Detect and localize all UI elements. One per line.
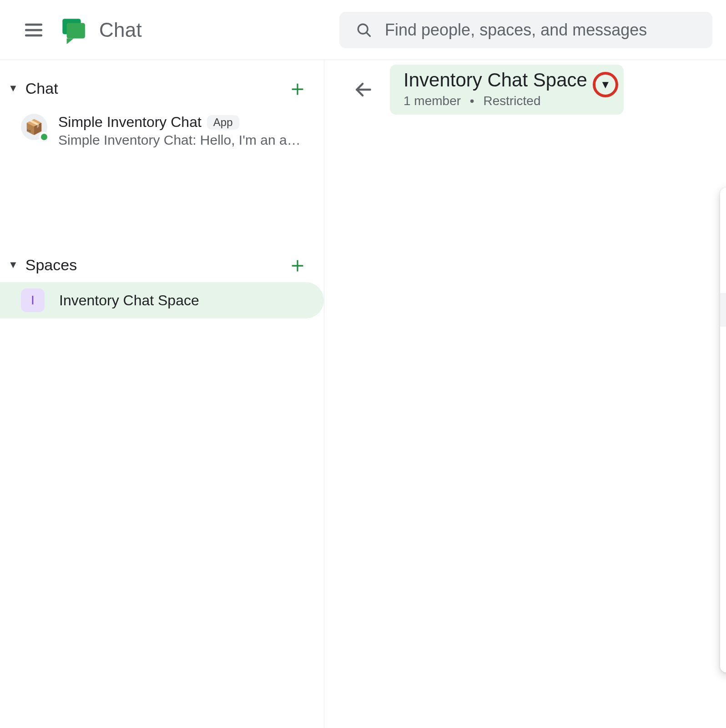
space-dropdown-menu: Manage members Space settings Space deta… xyxy=(720,187,726,672)
chat-logo-icon xyxy=(58,16,86,44)
app-header: Chat Find people, spaces, and messages xyxy=(0,0,726,60)
spaces-section-label: Spaces xyxy=(25,256,77,274)
space-visibility: Restricted xyxy=(483,94,540,108)
svg-rect-2 xyxy=(25,34,42,36)
caret-down-icon: ▼ xyxy=(600,78,611,91)
new-chat-button[interactable]: ＋ xyxy=(287,74,308,103)
back-button[interactable] xyxy=(353,80,373,100)
separator: • xyxy=(464,94,480,108)
chat-list-item[interactable]: 📦 Simple Inventory Chat App Simple Inven… xyxy=(0,106,324,156)
app-logo[interactable]: Chat xyxy=(58,16,142,44)
menu-pin[interactable]: Pin xyxy=(720,374,726,407)
space-item-label: Inventory Chat Space xyxy=(59,292,199,309)
new-space-button[interactable]: ＋ xyxy=(287,250,308,279)
space-member-count: 1 member xyxy=(403,94,461,108)
space-menu-toggle[interactable]: ▼ xyxy=(593,72,618,97)
chat-item-avatar: 📦 xyxy=(21,114,47,140)
collapse-icon: ▼ xyxy=(8,82,18,94)
chat-item-title: Simple Inventory Chat xyxy=(58,114,202,131)
presence-indicator xyxy=(39,132,49,142)
main-menu-button[interactable] xyxy=(23,19,45,41)
menu-leave[interactable]: Leave xyxy=(720,525,726,559)
arrow-left-icon xyxy=(353,80,373,100)
app-badge: App xyxy=(207,115,239,130)
menu-space-settings[interactable]: Space settings xyxy=(720,226,726,259)
svg-line-6 xyxy=(367,33,370,36)
svg-rect-0 xyxy=(25,23,42,25)
chat-item-preview: Simple Inventory Chat: Hello, I'm an awe… xyxy=(58,132,310,148)
menu-space-details[interactable]: Space details xyxy=(720,259,726,293)
svg-rect-4 xyxy=(67,23,85,38)
menu-mark-unread[interactable]: Mark as unread xyxy=(720,340,726,374)
hamburger-icon xyxy=(25,23,42,37)
search-placeholder: Find people, spaces, and messages xyxy=(385,20,647,40)
space-header-chip[interactable]: Inventory Chat Space 1 member • Restrict… xyxy=(390,65,624,115)
space-avatar: I xyxy=(21,288,45,312)
menu-block[interactable]: Block this space xyxy=(720,559,726,592)
sidebar: ▼ Chat ＋ 📦 Simple Inventory Chat App Sim… xyxy=(0,60,324,728)
main-pane: Inventory Chat Space 1 member • Restrict… xyxy=(324,60,726,728)
collapse-icon: ▼ xyxy=(8,259,18,271)
space-list-item[interactable]: I Inventory Chat Space xyxy=(0,282,324,318)
app-name-label: Chat xyxy=(99,19,142,41)
spaces-section-header[interactable]: ▼ Spaces ＋ xyxy=(0,248,324,282)
chat-section-label: Chat xyxy=(25,80,58,97)
search-icon xyxy=(356,22,372,38)
svg-rect-1 xyxy=(25,29,42,31)
menu-turn-off-history[interactable]: Turn off history Deletes new messages in… xyxy=(720,460,726,512)
menu-manage-members[interactable]: Manage members xyxy=(720,192,726,226)
space-title: Inventory Chat Space xyxy=(403,69,587,91)
chat-section-header[interactable]: ▼ Chat ＋ xyxy=(0,71,324,106)
search-input[interactable]: Find people, spaces, and messages xyxy=(339,12,712,48)
menu-notifications[interactable]: Notifications All xyxy=(720,407,726,460)
menu-apps-integrations[interactable]: Apps & integrations xyxy=(720,293,726,327)
menu-delete[interactable]: Delete Delete space and all of its conte… xyxy=(720,592,726,661)
